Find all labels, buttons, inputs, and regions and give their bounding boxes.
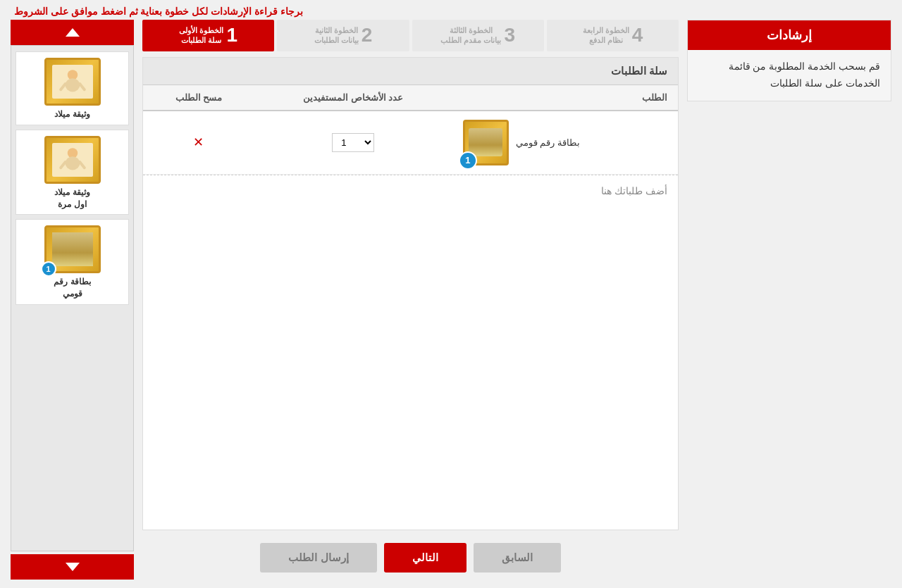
sidebar-item-img-inner-3 [52, 232, 93, 266]
id-card-visual [469, 128, 502, 156]
sidebar-item-image-1 [44, 58, 101, 106]
col-delete: مسح الطلب [143, 85, 254, 111]
service-cell: بطاقة رقم قومي 1 [452, 111, 678, 175]
scroll-down-button[interactable] [11, 554, 134, 580]
delete-cell: ✕ [143, 111, 254, 175]
qty-cell: 1 2 3 4 5 [254, 111, 452, 175]
center-area: 1 الخطوة الأولىسلة الطلبات 2 الخطوة الثا… [142, 20, 679, 580]
sidebar-list: وثيقة ميلاد وثيقة ميلاداول مرة [11, 45, 134, 551]
step-3[interactable]: 3 الخطوة الثالثةبيانات مقدم الطلب [412, 20, 544, 51]
cart-header: سلة الطلبات [143, 58, 678, 85]
sidebar-item-image-3: 1 [44, 225, 101, 273]
sidebar-item-img-inner-2 [52, 143, 93, 177]
steps-bar: 1 الخطوة الأولىسلة الطلبات 2 الخطوة الثا… [142, 20, 679, 51]
step-1[interactable]: 1 الخطوة الأولىسلة الطلبات [142, 20, 274, 51]
sidebar-item-image-2 [44, 136, 101, 184]
sidebar-item-label-2: وثيقة ميلاداول مرة [54, 187, 89, 211]
instructions-box: إرشادات قم بسحب الخدمة المطلوبة من قائمة… [687, 20, 891, 101]
instructions-panel: إرشادات قم بسحب الخدمة المطلوبة من قائمة… [687, 20, 891, 580]
top-notice: برجاء قراءة الإرشادات لكل خطوة بعناية ثم… [0, 0, 902, 20]
prev-button[interactable]: السابق [474, 543, 561, 573]
sidebar-item-national-id[interactable]: 1 بطاقة رقمقومي [16, 219, 129, 305]
send-button[interactable]: إرسال الطلب [260, 543, 376, 573]
sidebar-item-birth-cert-first[interactable]: وثيقة ميلاداول مرة [16, 130, 129, 215]
scroll-up-button[interactable] [11, 20, 134, 45]
svg-marker-0 [66, 28, 80, 37]
sidebar-item-label-1: وثيقة ميلاد [54, 108, 89, 120]
instructions-body: قم بسحب الخدمة المطلوبة من قائمة الخدمات… [688, 50, 891, 101]
sidebar-badge-3: 1 [41, 261, 56, 277]
next-button[interactable]: التالي [384, 543, 467, 573]
step-2[interactable]: 2 الخطوة الثانيةبيانات الطلبات [277, 20, 409, 51]
id-card-visual-3 [52, 232, 93, 266]
service-image-inner [469, 128, 502, 156]
svg-line-4 [80, 84, 84, 89]
service-name: بطاقة رقم قومي [516, 137, 580, 148]
delete-button[interactable]: ✕ [190, 135, 207, 150]
sidebar-item-label-3: بطاقة رقمقومي [54, 276, 90, 300]
qty-select[interactable]: 1 2 3 4 5 [332, 133, 374, 152]
sidebar-item-img-inner-1 [52, 65, 93, 99]
chevron-up-icon [66, 28, 80, 37]
svg-line-3 [61, 84, 65, 89]
bottom-buttons: السابق التالي إرسال الطلب [142, 530, 679, 580]
svg-line-8 [80, 162, 84, 168]
add-requests-row: أضف طلباتك هنا [143, 175, 678, 206]
baby-icon [58, 69, 87, 94]
service-image-wrap: 1 [463, 120, 509, 165]
cart-table: الطلب عدد الأشخاص المستفيدين مسح الطلب ب… [143, 85, 678, 175]
right-sidebar: وثيقة ميلاد وثيقة ميلاداول مرة [11, 20, 134, 580]
svg-line-7 [61, 162, 65, 168]
svg-point-6 [65, 156, 80, 170]
instructions-title: إرشادات [688, 20, 891, 50]
service-badge: 1 [459, 151, 477, 170]
col-persons: عدد الأشخاص المستفيدين [254, 85, 452, 111]
chevron-down-icon [66, 563, 80, 571]
col-service: الطلب [452, 85, 678, 111]
cart-panel: سلة الطلبات الطلب عدد الأشخاص المستفيدين… [142, 57, 679, 530]
table-row: بطاقة رقم قومي 1 [143, 111, 678, 175]
svg-marker-9 [66, 563, 80, 571]
sidebar-item-birth-cert[interactable]: وثيقة ميلاد [16, 51, 129, 125]
svg-point-2 [65, 78, 80, 92]
baby-first-icon [58, 147, 87, 173]
step-4[interactable]: 4 الخطوة الرابعةنظام الدفع [547, 20, 679, 51]
